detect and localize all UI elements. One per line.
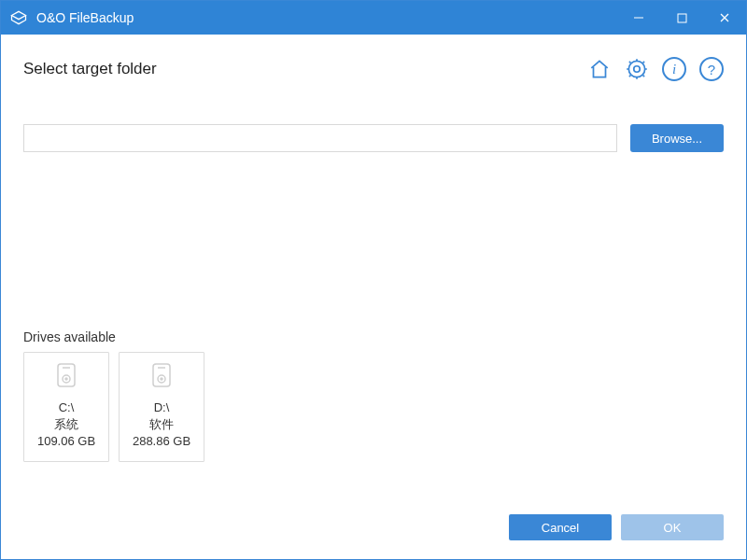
content-area: Select target folder i ? bbox=[1, 35, 746, 559]
header-row: Select target folder i ? bbox=[23, 57, 724, 81]
drive-letter: C:\ bbox=[59, 399, 75, 416]
app-icon bbox=[8, 7, 29, 28]
minimize-button[interactable] bbox=[617, 1, 660, 35]
browse-button[interactable]: Browse... bbox=[630, 124, 724, 152]
svg-rect-1 bbox=[678, 14, 686, 22]
drives-available-label: Drives available bbox=[23, 329, 724, 344]
cancel-button[interactable]: Cancel bbox=[509, 514, 612, 540]
page-title: Select target folder bbox=[23, 60, 157, 78]
maximize-button[interactable] bbox=[660, 1, 703, 35]
close-button[interactable] bbox=[703, 1, 746, 35]
header-icons: i ? bbox=[587, 57, 724, 81]
svg-point-8 bbox=[65, 378, 67, 380]
drive-size: 288.86 GB bbox=[133, 433, 190, 450]
footer-buttons: Cancel OK bbox=[509, 514, 724, 540]
home-icon[interactable] bbox=[587, 57, 612, 81]
svg-point-5 bbox=[634, 66, 641, 73]
svg-point-4 bbox=[628, 61, 644, 77]
drive-name: 软件 bbox=[149, 416, 174, 433]
drive-name: 系统 bbox=[54, 416, 78, 433]
app-title: O&O FileBackup bbox=[36, 10, 134, 25]
target-path-input[interactable] bbox=[23, 124, 617, 152]
drive-letter: D:\ bbox=[154, 399, 170, 416]
drive-icon bbox=[56, 362, 77, 388]
titlebar: O&O FileBackup bbox=[1, 1, 746, 35]
ok-button[interactable]: OK bbox=[621, 514, 724, 540]
svg-point-12 bbox=[161, 378, 162, 380]
drive-size: 109.06 GB bbox=[37, 433, 95, 450]
settings-icon[interactable] bbox=[625, 57, 649, 81]
help-icon[interactable]: ? bbox=[699, 57, 724, 81]
path-row: Browse... bbox=[23, 124, 724, 152]
drives-row: C:\ 系统 109.06 GB D:\ 软件 288.86 GB bbox=[23, 352, 724, 462]
drive-card-d[interactable]: D:\ 软件 288.86 GB bbox=[119, 352, 204, 462]
drive-icon bbox=[151, 362, 172, 388]
info-icon[interactable]: i bbox=[662, 57, 686, 81]
drive-card-c[interactable]: C:\ 系统 109.06 GB bbox=[23, 352, 109, 462]
